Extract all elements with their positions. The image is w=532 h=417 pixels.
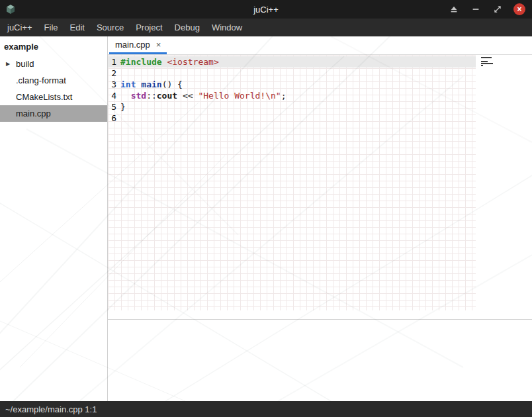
code-line[interactable]: 4 std::cout << "Hello World!\n";	[108, 90, 476, 101]
code-line[interactable]: 1#include <iostream>	[108, 56, 476, 68]
window-controls: ×	[448, 3, 525, 15]
line-number: 2	[108, 68, 116, 79]
minimap-line	[481, 65, 483, 66]
code-line[interactable]: 5}	[108, 101, 476, 113]
line-number: 6	[108, 113, 116, 124]
line-number: 4	[108, 90, 116, 101]
minimize-icon[interactable]	[470, 3, 482, 15]
status-bar: ~/example/main.cpp 1:1	[0, 401, 532, 417]
output-panel[interactable]	[108, 319, 532, 401]
menu-item-edit[interactable]: Edit	[64, 19, 91, 36]
sidebar-item-label: CMakeLists.txt	[16, 92, 72, 102]
sidebar-item-label: build	[16, 59, 34, 69]
eject-icon[interactable]	[448, 3, 460, 15]
code-line[interactable]: 6	[108, 113, 476, 124]
menu-item-file[interactable]: File	[38, 19, 64, 36]
expander-icon[interactable]: ▶	[6, 61, 10, 67]
code-text: }	[120, 101, 126, 113]
sidebar-item-label: .clang-format	[16, 75, 66, 85]
code-text: #include <iostream>	[120, 56, 219, 68]
code-lines: 1#include <iostream>23int main() {4 std:…	[108, 55, 532, 124]
file-tree-panel: example ▶build.clang-formatCMakeLists.tx…	[0, 36, 108, 401]
sidebar-item-build[interactable]: ▶build	[0, 56, 107, 72]
minimap[interactable]	[481, 57, 494, 69]
line-number: 1	[108, 56, 116, 68]
code-line[interactable]: 2	[108, 68, 476, 79]
line-number: 3	[108, 79, 116, 90]
minimap-line	[481, 61, 488, 62]
menu-item-debug[interactable]: Debug	[169, 19, 206, 36]
sidebar-item--clang-format[interactable]: .clang-format	[0, 72, 107, 89]
close-icon[interactable]: ×	[513, 3, 525, 15]
app-logo-icon	[5, 3, 17, 15]
menu-bar: juCi++FileEditSourceProjectDebugWindow	[0, 19, 532, 36]
minimap-line	[481, 63, 493, 64]
status-file-position: ~/example/main.cpp 1:1	[5, 404, 97, 414]
editor-pane: main.cpp× 1#include <iostream>23int main…	[108, 36, 532, 401]
tab-main-cpp[interactable]: main.cpp×	[109, 36, 167, 54]
sidebar-item-cmakelists-txt[interactable]: CMakeLists.txt	[0, 89, 107, 105]
tab-bar: main.cpp×	[108, 36, 532, 55]
minimap-line	[481, 57, 492, 58]
menu-item-project[interactable]: Project	[130, 19, 168, 36]
tab-label: main.cpp	[115, 40, 150, 50]
sidebar-item-label: main.cpp	[16, 109, 51, 118]
menu-item-window[interactable]: Window	[206, 19, 248, 36]
title-bar: juCi++ ×	[0, 0, 532, 19]
tab-close-icon[interactable]: ×	[156, 40, 161, 50]
menu-item-juci-[interactable]: juCi++	[1, 19, 38, 36]
menu-item-source[interactable]: Source	[91, 19, 130, 36]
code-text: std::cout << "Hello World!\n";	[120, 90, 286, 101]
line-number: 5	[108, 101, 116, 113]
sidebar-item-main-cpp[interactable]: main.cpp	[0, 105, 107, 122]
project-root-label[interactable]: example	[0, 40, 107, 56]
code-line[interactable]: 3int main() {	[108, 79, 476, 90]
restore-icon[interactable]	[492, 3, 504, 15]
main-content: example ▶build.clang-formatCMakeLists.tx…	[0, 36, 532, 401]
code-text: int main() {	[120, 79, 183, 90]
code-editor[interactable]: 1#include <iostream>23int main() {4 std:…	[108, 55, 532, 319]
file-tree-items: ▶build.clang-formatCMakeLists.txtmain.cp…	[0, 56, 107, 122]
